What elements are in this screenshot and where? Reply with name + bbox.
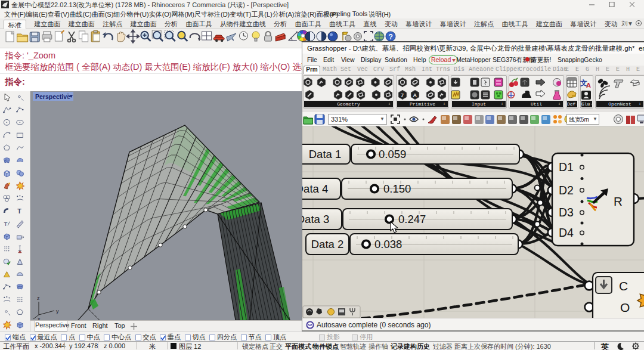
- svg-text:D2: D2: [559, 184, 574, 197]
- svg-text:Data 4: Data 4: [302, 182, 328, 195]
- svg-text:0.150: 0.150: [383, 182, 411, 195]
- svg-text:D3: D3: [559, 206, 574, 219]
- svg-text:D4: D4: [559, 226, 574, 239]
- svg-text:A: A: [413, 92, 417, 98]
- svg-text:y: y: [56, 308, 59, 314]
- svg-text:Data 1: Data 1: [309, 148, 342, 160]
- svg-text:Data 3: Data 3: [302, 213, 329, 225]
- svg-text:0.059: 0.059: [379, 148, 406, 160]
- svg-text:T: T: [4, 221, 7, 227]
- svg-text:?: ?: [389, 33, 393, 41]
- svg-text:D1: D1: [559, 160, 574, 174]
- svg-text:R: R: [614, 194, 623, 208]
- svg-text:x: x: [38, 316, 41, 320]
- svg-text:T: T: [17, 207, 21, 215]
- svg-text:Data 2: Data 2: [311, 238, 344, 250]
- svg-text:7: 7: [401, 92, 404, 98]
- svg-text:A: A: [586, 82, 591, 89]
- svg-text:0.247: 0.247: [398, 213, 426, 225]
- svg-text:Perspective: Perspective: [35, 93, 70, 100]
- svg-text:0.038: 0.038: [374, 238, 402, 250]
- svg-text:O: O: [620, 301, 630, 314]
- svg-text:C: C: [619, 279, 628, 293]
- svg-text:z: z: [37, 295, 40, 301]
